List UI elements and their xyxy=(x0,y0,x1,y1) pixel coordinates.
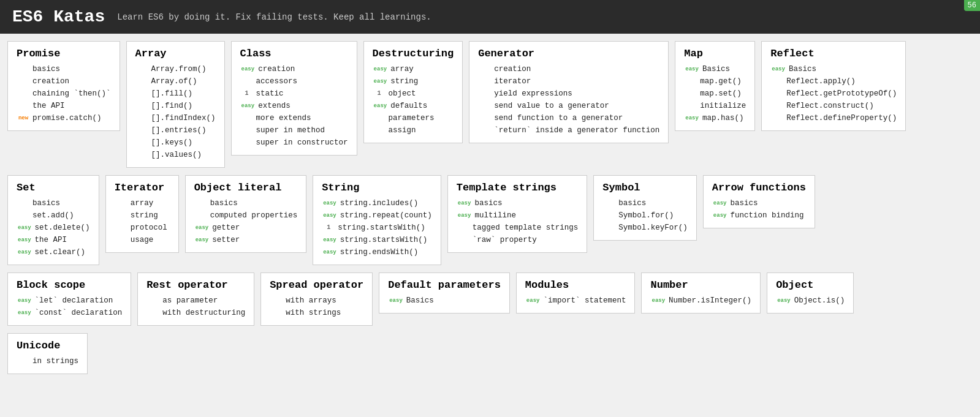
list-item[interactable]: easystring xyxy=(373,75,454,88)
list-item[interactable]: 1static xyxy=(240,88,348,100)
list-item[interactable]: basics xyxy=(194,197,298,209)
list-item[interactable]: [].findIndex() xyxy=(135,112,216,124)
list-item[interactable]: [].fill() xyxy=(135,88,216,100)
card-symbol[interactable]: SymbolbasicsSymbol.for()Symbol.keyFor() xyxy=(593,175,697,241)
list-item[interactable]: easyfunction binding xyxy=(712,209,806,222)
list-item[interactable]: easystring.startsWith() xyxy=(322,234,432,246)
list-item[interactable]: easystring.endsWith() xyxy=(322,246,432,258)
card-reflect[interactable]: ReflecteasyBasicsReflect.apply()Reflect.… xyxy=(761,41,906,131)
list-item[interactable]: `raw` property xyxy=(457,234,579,246)
list-item[interactable]: array xyxy=(115,197,170,209)
list-item[interactable]: easyBasics xyxy=(684,63,746,75)
list-item[interactable]: protocol xyxy=(115,222,170,234)
list-item[interactable]: computed properties xyxy=(194,209,298,222)
list-item[interactable]: map.get() xyxy=(684,75,746,88)
list-item[interactable]: Symbol.for() xyxy=(602,209,688,222)
list-item[interactable]: Reflect.construct() xyxy=(770,100,897,112)
list-item[interactable]: string xyxy=(115,209,170,222)
card-object[interactable]: ObjecteasyObject.is() xyxy=(767,272,854,314)
list-item[interactable]: creation xyxy=(478,63,659,75)
list-item[interactable]: Symbol.keyFor() xyxy=(602,222,688,234)
card-array[interactable]: ArrayArray.from()Array.of()[].fill()[].f… xyxy=(126,41,225,168)
list-item[interactable]: super in method xyxy=(240,124,348,137)
card-default-parameters[interactable]: Default parameterseasyBasics xyxy=(379,272,510,314)
list-item[interactable]: easyarray xyxy=(373,63,454,75)
list-item[interactable]: send function to a generator xyxy=(478,112,659,124)
card-spread-operator[interactable]: Spread operatorwith arrayswith strings xyxy=(260,272,373,326)
list-item[interactable]: easycreation xyxy=(240,63,348,75)
list-item[interactable]: easyset.clear() xyxy=(17,246,90,258)
list-item[interactable]: chaining `then()` xyxy=(17,88,111,100)
list-item[interactable]: easyBasics xyxy=(388,295,501,307)
list-item[interactable]: iterator xyxy=(478,75,659,88)
card-iterator[interactable]: Iteratorarraystringprotocolusage xyxy=(105,175,179,253)
list-item[interactable]: more extends xyxy=(240,112,348,124)
list-item[interactable]: in strings xyxy=(17,355,78,367)
list-item[interactable]: easysetter xyxy=(194,234,298,246)
list-item[interactable]: Reflect.apply() xyxy=(770,75,897,88)
list-item[interactable]: parameters xyxy=(373,112,454,124)
list-item[interactable]: easy`const` declaration xyxy=(17,307,122,319)
list-item[interactable]: tagged template strings xyxy=(457,222,579,234)
list-item[interactable]: easy`import` statement xyxy=(525,295,626,307)
list-item[interactable]: easyNumber.isInteger() xyxy=(650,295,751,307)
list-item[interactable]: [].find() xyxy=(135,100,216,112)
list-item[interactable]: 1object xyxy=(373,88,454,100)
list-item[interactable]: 1string.startsWith() xyxy=(322,222,432,234)
list-item[interactable]: [].keys() xyxy=(135,137,216,149)
list-item[interactable]: basics xyxy=(602,197,688,209)
list-item[interactable]: Array.from() xyxy=(135,63,216,75)
card-rest-operator[interactable]: Rest operatoras parameterwith destructur… xyxy=(137,272,254,326)
card-number[interactable]: NumbereasyNumber.isInteger() xyxy=(641,272,761,314)
list-item[interactable]: easybasics xyxy=(457,197,579,209)
list-item[interactable]: as parameter xyxy=(146,295,245,307)
card-arrow-functions[interactable]: Arrow functionseasybasicseasyfunction bi… xyxy=(703,175,815,228)
list-item[interactable]: newpromise.catch() xyxy=(17,112,111,124)
card-unicode[interactable]: Unicodein strings xyxy=(7,333,88,374)
list-item[interactable]: easyextends xyxy=(240,100,348,112)
list-item[interactable]: Reflect.defineProperty() xyxy=(770,112,897,124)
list-item[interactable]: easyObject.is() xyxy=(776,295,845,307)
list-item[interactable]: easybasics xyxy=(712,197,806,209)
list-item[interactable]: assign xyxy=(373,124,454,137)
list-item[interactable]: basics xyxy=(17,63,111,75)
list-item[interactable]: usage xyxy=(115,234,170,246)
list-item[interactable]: send value to a generator xyxy=(478,100,659,112)
list-item[interactable]: easythe API xyxy=(17,234,90,246)
list-item[interactable]: easymultiline xyxy=(457,209,579,222)
list-item[interactable]: basics xyxy=(17,197,90,209)
list-item[interactable]: easymap.has() xyxy=(684,112,746,124)
list-item[interactable]: creation xyxy=(17,75,111,88)
list-item[interactable]: [].values() xyxy=(135,149,216,161)
list-item[interactable]: with arrays xyxy=(270,295,363,307)
list-item[interactable]: easystring.includes() xyxy=(322,197,432,209)
card-template-strings[interactable]: Template stringseasybasicseasymultilinet… xyxy=(447,175,588,253)
list-item[interactable]: easydefaults xyxy=(373,100,454,112)
list-item[interactable]: set.add() xyxy=(17,209,90,222)
list-item[interactable]: easygetter xyxy=(194,222,298,234)
list-item[interactable]: Array.of() xyxy=(135,75,216,88)
list-item[interactable]: easyset.delete() xyxy=(17,222,90,234)
card-destructuring[interactable]: Destructuringeasyarrayeasystring1objecte… xyxy=(363,41,463,143)
card-string[interactable]: Stringeasystring.includes()easystring.re… xyxy=(313,175,441,265)
card-map[interactable]: MapeasyBasicsmap.get()map.set()initializ… xyxy=(675,41,755,131)
list-item[interactable]: initialize xyxy=(684,100,746,112)
list-item[interactable]: accessors xyxy=(240,75,348,88)
list-item[interactable]: with strings xyxy=(270,307,363,319)
list-item[interactable]: map.set() xyxy=(684,88,746,100)
list-item[interactable]: super in constructor xyxy=(240,137,348,149)
card-block-scope[interactable]: Block scopeeasy`let` declarationeasy`con… xyxy=(7,272,131,326)
list-item[interactable]: `return` inside a generator function xyxy=(478,124,659,137)
list-item[interactable]: easystring.repeat(count) xyxy=(322,209,432,222)
list-item[interactable]: with destructuring xyxy=(146,307,245,319)
card-modules[interactable]: Moduleseasy`import` statement xyxy=(516,272,636,314)
list-item[interactable]: easy`let` declaration xyxy=(17,295,122,307)
list-item[interactable]: Reflect.getPrototypeOf() xyxy=(770,88,897,100)
list-item[interactable]: the API xyxy=(17,100,111,112)
list-item[interactable]: easyBasics xyxy=(770,63,897,75)
card-object-literal[interactable]: Object literalbasicscomputed propertiese… xyxy=(185,175,307,253)
card-set[interactable]: Setbasicsset.add()easyset.delete()easyth… xyxy=(7,175,99,265)
card-generator[interactable]: Generatorcreationiteratoryield expressio… xyxy=(469,41,669,143)
card-promise[interactable]: Promisebasicscreationchaining `then()`th… xyxy=(7,41,120,131)
card-class[interactable]: Classeasycreationaccessors1staticeasyext… xyxy=(231,41,357,156)
